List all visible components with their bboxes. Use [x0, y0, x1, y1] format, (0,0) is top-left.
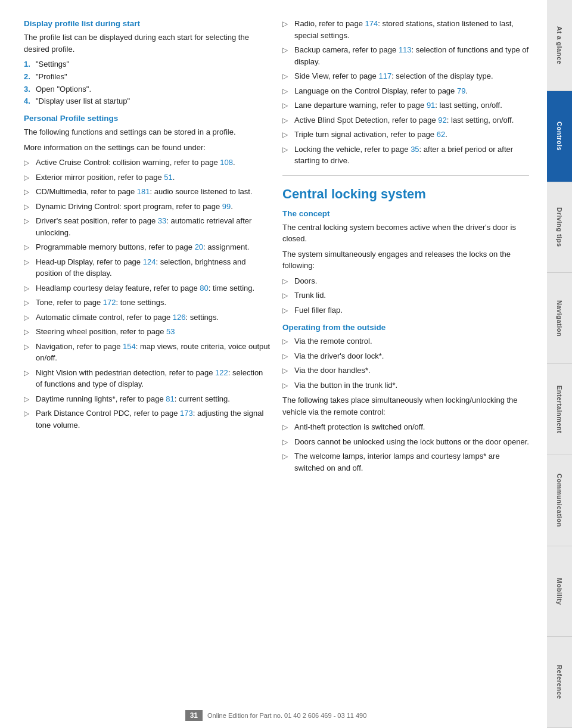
bullet-icon: ▷	[24, 172, 32, 183]
sidebar-tab-entertainment[interactable]: Entertainment	[547, 364, 572, 455]
list-item: ▷CD/Multimedia, refer to page 181: audio…	[24, 186, 271, 198]
list-text: Anti-theft protection is switched on/off…	[294, 421, 425, 433]
list-text: CD/Multimedia, refer to page 181: audio …	[36, 186, 253, 198]
list-item: ▷Programmable memory buttons, refer to p…	[24, 241, 271, 253]
central-locking-heading: Central locking system	[282, 186, 529, 202]
sidebar-tab-reference[interactable]: Reference	[547, 637, 572, 728]
list-text: Via the button in the trunk lid*.	[294, 379, 397, 391]
bullet-icon: ▷	[282, 380, 291, 391]
list-item: ▷Lane departure warning, refer to page 9…	[282, 99, 529, 111]
list-text: Head-up Display, refer to page 124: sele…	[36, 256, 271, 279]
list-item: ▷Backup camera, refer to page 113: selec…	[282, 44, 529, 67]
list-item: ▷Active Cruise Control: collision warnin…	[24, 157, 271, 169]
list-item: ▷Side View, refer to page 117: selection…	[282, 70, 529, 82]
bullet-icon: ▷	[24, 408, 32, 419]
bullet-icon: ▷	[24, 283, 32, 294]
list-text: Language on the Control Display, refer t…	[294, 85, 468, 97]
list-item: ▷Headlamp courtesy delay feature, refer …	[24, 282, 271, 294]
bullet-icon: ▷	[24, 394, 32, 405]
list-item: ▷Triple turn signal activation, refer to…	[282, 129, 529, 141]
bullet-icon: ▷	[24, 312, 32, 323]
list-item: ▷Driver's seat position, refer to page 3…	[24, 215, 271, 238]
list-text: Doors.	[294, 275, 317, 287]
list-text: Active Cruise Control: collision warning…	[36, 157, 235, 169]
list-item: 4."Display user list at startup"	[24, 95, 271, 108]
list-text: Navigation, refer to page 154: map views…	[36, 341, 271, 364]
list-item: ▷Locking the vehicle, refer to page 35: …	[282, 144, 529, 167]
list-text: Via the door handles*.	[294, 365, 371, 377]
list-text: Active Blind Spot Detection, refer to pa…	[294, 114, 514, 126]
page-footer: 31 Online Edition for Part no. 01 40 2 6…	[0, 710, 547, 721]
list-item: 1."Settings"	[24, 58, 271, 71]
divider	[282, 175, 529, 176]
bullet-icon: ▷	[282, 71, 291, 82]
operating-subheading: Operating from the outside	[282, 323, 529, 332]
list-text: Locking the vehicle, refer to page 35: a…	[294, 144, 529, 167]
sidebar: At a glance Controls Driving tips Naviga…	[547, 0, 572, 728]
list-item: 3.Open "Options".	[24, 83, 271, 96]
list-item: ▷Head-up Display, refer to page 124: sel…	[24, 256, 271, 279]
list-item: ▷Night Vision with pedestrian detection,…	[24, 367, 271, 390]
section2-body2: More information on the settings can be …	[24, 142, 271, 154]
left-column: Display profile list during start The pr…	[24, 18, 271, 704]
numbered-list: 1."Settings" 2."Profiles" 3.Open "Option…	[24, 58, 271, 108]
list-text: Park Distance Control PDC, refer to page…	[36, 407, 271, 431]
operating-bullet-list: ▷Via the remote control. ▷Via the driver…	[282, 335, 529, 391]
list-text: Doors cannot be unlocked using the lock …	[294, 436, 529, 448]
bullet-icon: ▷	[282, 276, 291, 287]
bullet-icon: ▷	[24, 341, 32, 352]
section2-body1: The following functions and settings can…	[24, 126, 271, 138]
list-item: ▷Radio, refer to page 174: stored statio…	[282, 18, 529, 41]
list-item: ▷Navigation, refer to page 154: map view…	[24, 341, 271, 364]
list-text: Side View, refer to page 117: selection …	[294, 70, 493, 82]
bullet-icon: ▷	[282, 351, 291, 362]
bullet-icon: ▷	[282, 365, 291, 376]
page-number: 31	[185, 710, 203, 721]
right-column: ▷Radio, refer to page 174: stored statio…	[282, 18, 529, 704]
list-text: Tone, refer to page 172: tone settings.	[36, 297, 166, 309]
bullet-icon: ▷	[24, 216, 32, 226]
list-item: ▷Park Distance Control PDC, refer to pag…	[24, 407, 271, 431]
list-text: "Settings"	[36, 58, 69, 71]
right-bullet-list-top: ▷Radio, refer to page 174: stored statio…	[282, 18, 529, 167]
sidebar-tab-mobility[interactable]: Mobility	[547, 546, 572, 637]
list-text: Triple turn signal activation, refer to …	[294, 129, 447, 141]
bullet-icon: ▷	[282, 45, 291, 55]
list-item: ▷Via the driver's door lock*.	[282, 350, 529, 362]
bullet-icon: ▷	[24, 297, 32, 308]
list-item: ▷Steering wheel position, refer to page …	[24, 326, 271, 338]
list-item: ▷Dynamic Driving Control: sport program,…	[24, 201, 271, 213]
list-text: Trunk lid.	[294, 290, 326, 301]
list-text: The welcome lamps, interior lamps and co…	[294, 450, 529, 474]
list-item: ▷Fuel filler flap.	[282, 304, 529, 316]
list-text: Lane departure warning, refer to page 91…	[294, 99, 502, 111]
bullet-icon: ▷	[282, 100, 291, 111]
list-num: 3.	[24, 83, 33, 96]
bullet-icon: ▷	[24, 186, 32, 197]
sidebar-tab-at-a-glance[interactable]: At a glance	[547, 0, 572, 91]
list-item: ▷Automatic climate control, refer to pag…	[24, 312, 271, 323]
list-item: ▷Exterior mirror position, refer to page…	[24, 172, 271, 183]
sidebar-tab-controls[interactable]: Controls	[547, 91, 572, 182]
list-text: Daytime running lights*, refer to page 8…	[36, 393, 230, 405]
bullet-icon: ▷	[282, 144, 291, 155]
list-item: ▷Language on the Control Display, refer …	[282, 85, 529, 97]
list-text: Exterior mirror position, refer to page …	[36, 172, 175, 183]
list-text: Via the remote control.	[294, 335, 372, 347]
list-item: ▷Doors.	[282, 275, 529, 287]
list-text: "Profiles"	[36, 71, 67, 83]
bullet-icon: ▷	[282, 451, 291, 462]
list-text: Backup camera, refer to page 113: select…	[294, 44, 529, 67]
left-bullet-list: ▷Active Cruise Control: collision warnin…	[24, 157, 271, 431]
bullet-icon: ▷	[282, 305, 291, 316]
bullet-icon: ▷	[282, 290, 291, 301]
list-item: ▷Active Blind Spot Detection, refer to p…	[282, 114, 529, 126]
bullet-icon: ▷	[24, 242, 32, 253]
list-text: Steering wheel position, refer to page 5…	[36, 326, 175, 338]
list-text: Fuel filler flap.	[294, 304, 343, 316]
list-num: 4.	[24, 95, 33, 108]
sidebar-tab-driving-tips[interactable]: Driving tips	[547, 182, 572, 273]
bullet-icon: ▷	[282, 437, 291, 447]
sidebar-tab-navigation[interactable]: Navigation	[547, 273, 572, 364]
sidebar-tab-communication[interactable]: Communication	[547, 455, 572, 546]
